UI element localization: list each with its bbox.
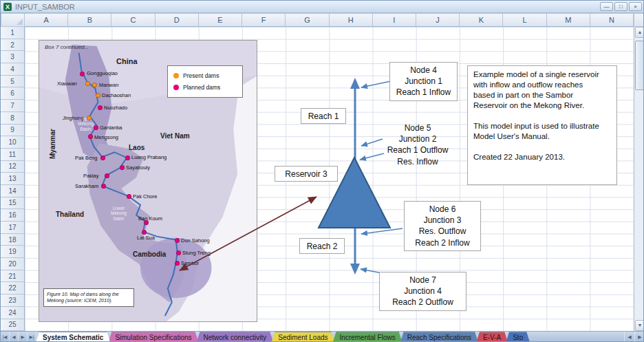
node4-textbox[interactable]: Node 4 Junction 1 Reach 1 Inflow: [389, 62, 458, 101]
dam-dot-stung-treng: [176, 250, 181, 255]
column-header-K[interactable]: K: [460, 14, 503, 26]
sheet-tab-e-v-a[interactable]: E-V-A: [476, 332, 508, 342]
dam-dot-sambor: [175, 261, 180, 266]
row-header-4[interactable]: 4: [1, 63, 24, 76]
column-header-A[interactable]: A: [25, 14, 68, 26]
row-header-11[interactable]: 11: [1, 149, 24, 161]
column-header-C[interactable]: C: [111, 14, 155, 26]
restore-button[interactable]: □: [614, 2, 627, 11]
tab-scroll-left[interactable]: ◀: [624, 332, 634, 342]
row-header-20[interactable]: 20: [1, 258, 24, 270]
window-titlebar: X INPUT_SAMBOR — □ ×: [1, 1, 644, 13]
column-header-N[interactable]: N: [590, 14, 634, 26]
reach1-textbox[interactable]: Reach 1: [301, 108, 346, 124]
row-header-25[interactable]: 25: [1, 319, 24, 332]
dam-label-don-sahong: Don Sahong: [181, 237, 210, 244]
row-header-14[interactable]: 14: [1, 185, 24, 197]
vertical-scrollbar-thumb[interactable]: [635, 41, 644, 90]
row-header-1[interactable]: 1: [1, 27, 24, 39]
row-header-19[interactable]: 19: [1, 246, 24, 258]
row-header-12[interactable]: 12: [1, 161, 24, 173]
row-header-17[interactable]: 17: [1, 222, 24, 234]
sheet-tabs: System SchematicSimulation Specification…: [38, 332, 530, 342]
select-all-corner[interactable]: [1, 13, 25, 27]
country-label-cambodia: Cambodia: [133, 250, 166, 258]
legend-label: Present dams: [183, 72, 219, 79]
sheet-tab-system-schematic[interactable]: System Schematic: [36, 332, 110, 342]
sheet-tab-bar: |◀◀▶▶| System SchematicSimulation Specif…: [1, 331, 644, 342]
scroll-up-button[interactable]: ▲: [635, 27, 644, 38]
column-header-L[interactable]: L: [503, 14, 546, 26]
node6-textbox[interactable]: Node 6 Junction 3 Res. Outflow Reach 2 I…: [404, 201, 481, 251]
model-description-textbox[interactable]: Example model of a single reservoir with…: [467, 65, 617, 185]
tab-nav-last[interactable]: ▶|: [28, 332, 36, 342]
dam-dot-don-sahong: [175, 238, 180, 243]
sheet-tab-network-connectivity[interactable]: Network connectivity: [197, 332, 274, 342]
column-header-G[interactable]: G: [286, 14, 329, 26]
excel-workbook-window: X INPUT_SAMBOR — □ × ABCDEFGHIJKLMN 1234…: [0, 0, 644, 342]
column-header-M[interactable]: M: [547, 14, 590, 26]
dam-label-manwan: Manwan: [99, 82, 118, 88]
column-header-E[interactable]: E: [199, 14, 242, 26]
row-header-6[interactable]: 6: [1, 87, 24, 100]
dam-label-dachaoshan: Dachaoshan: [102, 92, 131, 98]
window-title: INPUT_SAMBOR: [15, 3, 75, 11]
close-button[interactable]: ×: [629, 2, 642, 11]
vertical-scrollbar[interactable]: ▲ ▼: [634, 27, 644, 331]
dam-label-ganlanba: Ganlanba: [100, 125, 122, 131]
minimize-button[interactable]: —: [600, 2, 613, 11]
row-header-5[interactable]: 5: [1, 76, 24, 88]
node7-textbox[interactable]: Node 7 Junction 4 Reach 2 Outflow: [379, 272, 466, 311]
dam-label-xiaowan: Xiaowan: [57, 81, 77, 87]
map-legend: Present damsPlanned dams: [167, 65, 243, 98]
row-header-8[interactable]: 8: [1, 112, 24, 125]
window-controls: — □ ×: [600, 2, 642, 11]
row-header-10[interactable]: 10: [1, 136, 24, 149]
dam-label-gongguoqiao: Gongguoqiao: [87, 70, 118, 76]
reservoir3-textbox[interactable]: Reservoir 3: [275, 166, 338, 182]
country-label-viet-nam: Viet Nam: [160, 132, 190, 140]
column-header-J[interactable]: J: [416, 14, 460, 26]
tab-nav-next[interactable]: ▶: [19, 332, 28, 342]
row-header-13[interactable]: 13: [1, 173, 24, 185]
sheet-tab-reach-specifications[interactable]: Reach Specifications: [400, 332, 478, 342]
tab-scroll-right[interactable]: ▶: [634, 332, 644, 342]
column-header-F[interactable]: F: [242, 14, 286, 26]
row-header-3[interactable]: 3: [1, 51, 24, 63]
row-header-18[interactable]: 18: [1, 234, 24, 246]
tab-nav-first[interactable]: |◀: [1, 332, 10, 342]
row-header-9[interactable]: 9: [1, 125, 24, 137]
column-header-B[interactable]: B: [68, 14, 111, 26]
map-box-note: Box 7 continued...: [45, 44, 89, 50]
dam-label-paklay: Paklay: [83, 173, 99, 179]
row-header-24[interactable]: 24: [1, 307, 24, 319]
reach2-textbox[interactable]: Reach 2: [299, 238, 345, 254]
tab-nav-prev[interactable]: ◀: [10, 332, 19, 342]
dam-label-sarakham: Sarakham: [75, 183, 98, 189]
sheet-tab-sediment-loads[interactable]: Sediment Loads: [271, 332, 334, 342]
sheet-tab-sto[interactable]: Sto: [506, 332, 530, 342]
region-label-lower-mekong-basin: Lower Mekong basin: [111, 206, 127, 221]
country-label-laos: Laos: [129, 144, 144, 151]
mekong-dams-map-image[interactable]: ChinaMyanmarViet NamLaosThailandCambodia…: [39, 40, 257, 322]
sheet-tab-incremental-flows[interactable]: Incremental Flows: [333, 332, 402, 342]
row-header-15[interactable]: 15: [1, 197, 24, 210]
column-header-I[interactable]: I: [373, 14, 416, 26]
column-header-D[interactable]: D: [155, 14, 199, 26]
scroll-down-button[interactable]: ▼: [635, 320, 644, 331]
dam-dot-pak-chore: [127, 194, 131, 199]
map-caption: Figure 10. Map of dams along the Mekong …: [43, 288, 134, 307]
row-header-2[interactable]: 2: [1, 39, 24, 52]
node5-textbox[interactable]: Node 5 Junction 2 Reach 1 Outflow Res. I…: [380, 122, 455, 167]
dam-label-pak-beng: Pak Beng: [75, 155, 98, 161]
dam-dot-mengsong: [88, 134, 93, 139]
dam-label-ban-koum: Ban Koum: [138, 215, 162, 222]
sheet-tab-simulation-specifications[interactable]: Simulation Specifications: [108, 332, 198, 342]
row-header-22[interactable]: 22: [1, 282, 24, 295]
column-header-row: ABCDEFGHIJKLMN: [25, 13, 634, 27]
row-header-23[interactable]: 23: [1, 295, 24, 307]
column-header-H[interactable]: H: [330, 14, 373, 26]
row-header-16[interactable]: 16: [1, 209, 24, 222]
row-header-21[interactable]: 21: [1, 270, 24, 283]
row-header-7[interactable]: 7: [1, 100, 24, 112]
